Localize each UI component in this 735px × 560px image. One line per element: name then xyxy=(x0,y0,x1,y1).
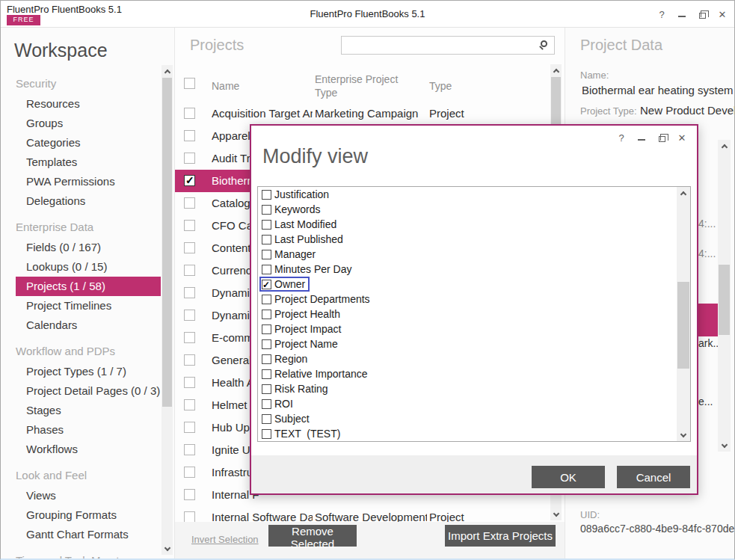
sidebar-item[interactable]: Workflows xyxy=(1,440,174,459)
field-option[interactable]: Project Name xyxy=(258,336,690,351)
field-option[interactable]: Project Departments xyxy=(258,292,690,307)
scroll-down-button[interactable] xyxy=(550,508,562,520)
row-checkbox[interactable] xyxy=(184,108,195,119)
invert-selection-link[interactable]: Invert Selection xyxy=(191,534,259,545)
row-checkbox[interactable] xyxy=(184,399,195,410)
field-option[interactable]: Last Modified xyxy=(258,217,690,232)
help-button[interactable]: ? xyxy=(654,7,669,22)
row-checkbox[interactable] xyxy=(184,220,195,231)
field-option[interactable]: Last Published xyxy=(258,232,690,247)
field-checkbox[interactable] xyxy=(262,250,271,259)
field-checkbox[interactable] xyxy=(262,324,271,334)
sidebar-item[interactable]: PWA Permissions xyxy=(1,172,174,191)
scroll-up-button[interactable] xyxy=(162,65,173,77)
close-button[interactable]: ✕ xyxy=(674,130,689,145)
row-checkbox[interactable] xyxy=(184,130,195,141)
sidebar-item[interactable]: Projects (1 / 58) xyxy=(16,277,161,296)
scroll-up-button[interactable] xyxy=(718,140,731,152)
sidebar-item[interactable]: Categories xyxy=(1,133,174,153)
help-button[interactable]: ? xyxy=(614,130,629,145)
sidebar-item[interactable]: Project Detail Pages (0 / 3) xyxy=(1,381,174,401)
scroll-down-button[interactable] xyxy=(718,440,731,452)
row-checkbox[interactable] xyxy=(184,287,195,298)
field-checkbox[interactable] xyxy=(262,399,271,409)
scroll-down-button[interactable] xyxy=(677,429,690,441)
field-checkbox[interactable] xyxy=(262,369,271,379)
field-checkbox[interactable] xyxy=(262,354,271,364)
projects-search-input[interactable] xyxy=(345,37,532,53)
column-header-name[interactable]: Name xyxy=(212,80,239,92)
field-list-scrollbar[interactable] xyxy=(677,187,690,441)
scroll-thumb[interactable] xyxy=(162,78,172,407)
row-checkbox[interactable] xyxy=(184,242,195,253)
sidebar-scrollbar[interactable] xyxy=(162,65,173,555)
field-option[interactable]: Minutes Per Day xyxy=(258,262,690,277)
import-extra-projects-button[interactable]: Import Extra Projects xyxy=(445,525,556,547)
field-option[interactable]: Justification xyxy=(258,187,690,202)
field-checkbox[interactable] xyxy=(262,339,271,349)
row-checkbox[interactable] xyxy=(184,175,195,186)
row-checkbox[interactable] xyxy=(184,310,195,321)
field-option[interactable]: Region xyxy=(258,351,690,366)
row-checkbox[interactable] xyxy=(184,444,195,455)
scroll-thumb[interactable] xyxy=(677,282,689,369)
project-data-scrollbar[interactable] xyxy=(718,140,731,452)
restore-button[interactable] xyxy=(654,130,669,145)
remove-selected-button[interactable]: Remove Selected xyxy=(268,525,357,547)
close-button[interactable]: ✕ xyxy=(715,7,730,22)
row-checkbox[interactable] xyxy=(184,489,195,500)
sidebar-item[interactable]: Grouping Formats xyxy=(1,505,174,525)
scroll-up-button[interactable] xyxy=(550,64,562,76)
cancel-button[interactable]: Cancel xyxy=(617,466,690,488)
ok-button[interactable]: OK xyxy=(532,466,605,488)
select-all-checkbox[interactable] xyxy=(184,78,195,89)
sidebar-item[interactable]: Views xyxy=(1,486,174,505)
field-option[interactable]: Owner xyxy=(258,277,690,292)
row-checkbox[interactable] xyxy=(184,197,195,209)
field-checkbox[interactable] xyxy=(262,220,271,230)
sidebar-item[interactable]: Gantt Chart Formats xyxy=(1,525,174,544)
row-checkbox[interactable] xyxy=(184,265,195,276)
sidebar-item[interactable]: Lookups (0 / 15) xyxy=(1,257,174,277)
scroll-thumb[interactable] xyxy=(719,265,730,335)
row-checkbox[interactable] xyxy=(184,377,195,388)
field-checkbox[interactable] xyxy=(262,205,271,215)
restore-button[interactable] xyxy=(695,7,710,22)
field-option[interactable]: ROI xyxy=(258,396,690,411)
minimize-button[interactable] xyxy=(674,7,689,22)
field-checkbox[interactable] xyxy=(262,429,271,439)
scroll-up-button[interactable] xyxy=(677,187,690,199)
sidebar-item[interactable]: Resources xyxy=(1,94,174,114)
table-row[interactable]: Acquisition Target Ana... Marketing Camp… xyxy=(175,102,550,125)
field-option[interactable]: Manager xyxy=(258,247,690,262)
field-option[interactable]: Risk Rating xyxy=(258,381,690,396)
search-icon[interactable] xyxy=(541,40,547,47)
scroll-down-button[interactable] xyxy=(162,543,173,555)
row-checkbox[interactable] xyxy=(184,153,195,164)
field-option[interactable]: TEXT (TEST) xyxy=(258,426,690,441)
row-checkbox[interactable] xyxy=(184,467,195,478)
column-header-type[interactable]: Type xyxy=(429,80,452,92)
field-checkbox[interactable] xyxy=(262,295,271,304)
row-checkbox[interactable] xyxy=(184,354,195,366)
row-checkbox[interactable] xyxy=(184,422,195,433)
minimize-button[interactable] xyxy=(634,130,649,145)
sidebar-item[interactable]: Delegations xyxy=(1,191,174,211)
field-option[interactable]: Relative Importance xyxy=(258,366,690,381)
sidebar-item[interactable]: Calendars xyxy=(1,316,174,335)
field-checkbox[interactable] xyxy=(262,310,271,319)
row-checkbox[interactable] xyxy=(184,332,195,343)
row-checkbox[interactable] xyxy=(184,511,195,523)
field-checkbox[interactable] xyxy=(262,190,271,200)
field-checkbox[interactable] xyxy=(262,414,271,424)
sidebar-item[interactable]: Groups xyxy=(1,114,174,133)
sidebar-item[interactable]: Project Timelines xyxy=(1,296,174,316)
sidebar-item[interactable]: Fields (0 / 167) xyxy=(1,238,174,257)
field-checkbox[interactable] xyxy=(262,384,271,394)
sidebar-item[interactable]: Project Types (1 / 7) xyxy=(1,362,174,381)
sidebar-item[interactable]: Templates xyxy=(1,153,174,172)
column-header-enterprise-project-type[interactable]: Enterprise Project Type xyxy=(315,73,403,99)
field-checkbox[interactable] xyxy=(262,280,271,289)
field-checkbox[interactable] xyxy=(262,235,271,244)
sidebar-item[interactable]: Stages xyxy=(1,401,174,420)
